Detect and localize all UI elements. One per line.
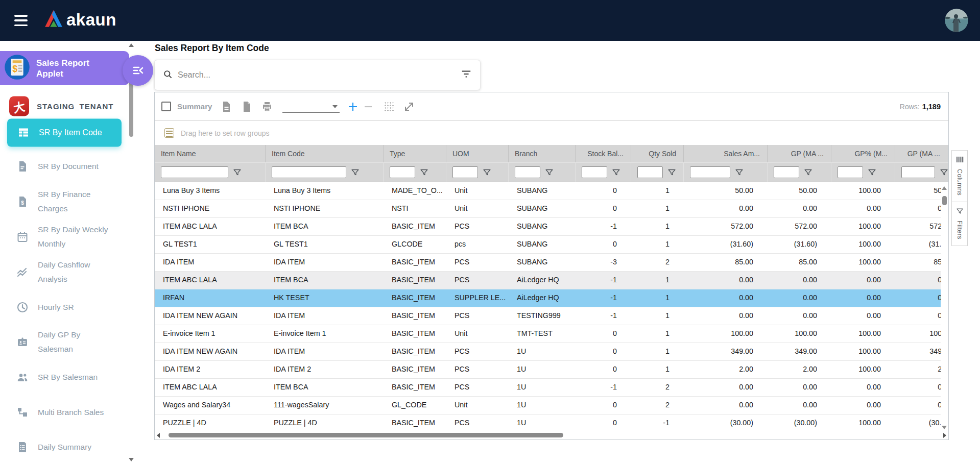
user-avatar[interactable] <box>945 9 968 32</box>
table-row[interactable]: IDA ITEM NEW AGAINIDA ITEMBASIC_ITEMPCST… <box>155 307 941 325</box>
search-input[interactable] <box>178 70 456 80</box>
scroll-left-icon[interactable] <box>157 433 160 438</box>
filter-funnel-icon[interactable] <box>420 168 428 177</box>
brand-logo[interactable]: akaun <box>44 10 116 30</box>
sidebar-item-daily-summary[interactable]: Daily Summary <box>16 440 114 454</box>
scroll-down-icon[interactable] <box>129 458 134 461</box>
filter-funnel-icon[interactable] <box>868 168 876 177</box>
column-header[interactable]: Item Name <box>155 145 266 162</box>
remove-button[interactable] <box>362 101 374 113</box>
print-button[interactable] <box>261 101 273 113</box>
column-header[interactable]: Type <box>384 145 446 162</box>
table-row[interactable]: ITEM ABC LALAITEM BCABASIC_ITEMPCSAiLedg… <box>155 272 941 289</box>
table-row[interactable]: IDA ITEM 2IDA ITEM 2BASIC_ITEMPCS1U012.0… <box>155 361 941 379</box>
column-filter-input[interactable] <box>901 166 935 178</box>
filter-list-icon[interactable] <box>461 68 472 82</box>
table-cell: 0.00 <box>831 307 895 325</box>
column-header[interactable]: Qty Sold <box>631 145 684 162</box>
filter-funnel-icon[interactable] <box>483 168 491 177</box>
column-header[interactable]: Stock Bal... <box>576 145 631 162</box>
horizontal-scrollbar-thumb[interactable] <box>169 433 563 437</box>
table-row[interactable]: NSTI IPHONENSTI IPHONENSTIUnitSUBANG010.… <box>155 200 941 218</box>
table-row[interactable]: ITEM ABC LALAITEM BCABASIC_ITEMPCS1U-120… <box>155 379 941 397</box>
table-row[interactable]: E-invoice Item 1E-invoice Item 1BASIC_IT… <box>155 325 941 343</box>
side-tab-columns[interactable]: Columns <box>951 150 968 202</box>
sidebar-item-daily-cashflow-analysis[interactable]: Daily Cashflow Analysis <box>16 258 114 286</box>
column-header[interactable]: Branch <box>509 145 576 162</box>
filter-funnel-icon[interactable] <box>940 168 948 177</box>
column-filter-input[interactable] <box>690 166 730 178</box>
column-header-label: Item Name <box>161 150 196 158</box>
column-header[interactable]: GP (MA ... <box>768 145 831 162</box>
filter-funnel-icon[interactable] <box>804 168 812 177</box>
scroll-up-icon[interactable] <box>942 186 947 190</box>
table-row[interactable]: GL TEST1GL TEST1GLCODEpcsSUBANG01(31.60)… <box>155 236 941 254</box>
column-filter-input[interactable] <box>637 166 663 178</box>
new-file-button[interactable] <box>241 101 253 113</box>
table-row[interactable]: Wages and Salary34111-wagesSalaryGL_CODE… <box>155 397 941 414</box>
sidebar-item-sr-by-salesman[interactable]: SR By Salesman <box>16 370 114 384</box>
scroll-down-icon[interactable] <box>942 426 947 429</box>
collapse-sidebar-button[interactable] <box>123 55 153 86</box>
table-row[interactable]: Luna Buy 3 ItemsLuna Buy 3 ItemsMADE_TO_… <box>155 182 941 200</box>
column-filter-input[interactable] <box>515 166 540 178</box>
sidebar-scrollbar[interactable] <box>128 41 134 464</box>
column-header[interactable]: GP (MA ... <box>895 145 948 162</box>
filter-funnel-icon[interactable] <box>735 168 744 177</box>
vertical-scrollbar-thumb[interactable] <box>942 196 947 205</box>
table-cell: ITEM BCA <box>266 218 384 235</box>
selection-grid-button[interactable] <box>384 101 395 112</box>
table-row[interactable]: ITEM ABC LALAITEM BCABASIC_ITEMPCSSUBANG… <box>155 218 941 236</box>
scroll-right-icon[interactable] <box>943 433 946 438</box>
sidebar-item-sr-by-item-code[interactable]: SR By Item Code <box>7 118 122 146</box>
expand-button[interactable] <box>403 101 415 113</box>
table-header-row: Item NameItem CodeTypeUOMBranchStock Bal… <box>155 145 948 163</box>
column-filter-input[interactable] <box>582 166 607 178</box>
column-header[interactable]: Sales Am... <box>684 145 768 162</box>
sidebar-item-sr-by-daily-weekly-monthly[interactable]: SR By Daily Weekly Monthly <box>16 223 114 251</box>
table-cell: Unit <box>446 397 509 414</box>
badge-icon <box>16 336 29 348</box>
sidebar-item-hourly-sr[interactable]: Hourly SR <box>16 300 114 314</box>
row-group-dropzone[interactable]: Drag here to set row groups <box>155 121 948 145</box>
tenant-item[interactable]: 大 STAGING_TENANT <box>9 96 113 116</box>
column-filter-input[interactable] <box>161 166 228 178</box>
sidebar-item-multi-branch-sales[interactable]: Multi Branch Sales <box>16 405 114 420</box>
filter-funnel-icon[interactable] <box>667 168 676 177</box>
vertical-scrollbar[interactable] <box>941 182 948 432</box>
column-header[interactable]: UOM <box>446 145 509 162</box>
add-button[interactable] <box>347 101 359 113</box>
table-cell: (31.60) <box>895 236 941 253</box>
column-header[interactable]: Item Code <box>266 145 384 162</box>
table-row[interactable]: PUZZLE | 4DPUZZLE | 4DBASIC_ITEMPCS1U0-1… <box>155 414 941 432</box>
sidebar-item-sr-by-document[interactable]: SR By Document <box>16 159 114 174</box>
column-filter-input[interactable] <box>774 166 799 178</box>
export-file-button[interactable] <box>220 101 232 113</box>
table-cell: GL TEST1 <box>266 236 384 253</box>
page-size-select[interactable] <box>282 101 340 113</box>
table-cell: 0.00 <box>768 272 831 289</box>
column-filter-input[interactable] <box>838 166 863 178</box>
filter-funnel-icon[interactable] <box>612 168 620 177</box>
side-tab-filters[interactable]: Filters <box>951 202 968 246</box>
table-row[interactable]: IRFANHK TESETBASIC_ITEMSUPPLER LE...AiLe… <box>155 289 941 307</box>
filter-funnel-icon[interactable] <box>545 168 554 177</box>
horizontal-scrollbar[interactable] <box>155 431 948 439</box>
column-filter-input[interactable] <box>390 166 415 178</box>
table-row[interactable]: IDA ITEM NEW AGAINIDA ITEMBASIC_ITEMPCS1… <box>155 343 941 361</box>
column-header[interactable]: GP% (M... <box>831 145 895 162</box>
column-filter-input[interactable] <box>452 166 478 178</box>
sidebar-item-daily-gp-by-salesman[interactable]: Daily GP By Salesman <box>16 328 114 356</box>
summary-checkbox[interactable] <box>161 102 171 111</box>
applet-header[interactable]: $ Sales Report Applet <box>0 51 129 85</box>
table-row[interactable]: IDA ITEMIDA ITEMBASIC_ITEMPCSSUBANG-3285… <box>155 254 941 272</box>
table-cell: 0.00 <box>768 379 831 396</box>
filter-funnel-icon[interactable] <box>351 168 360 177</box>
scroll-up-icon[interactable] <box>129 43 134 47</box>
sidebar-item-sr-by-finance-charges[interactable]: $ SR By Finance Charges <box>16 187 114 216</box>
filter-funnel-icon[interactable] <box>233 168 242 177</box>
table-cell: 2 <box>631 254 684 271</box>
table-cell: 100.00 <box>895 325 941 343</box>
hamburger-menu-icon[interactable] <box>14 15 28 26</box>
column-filter-input[interactable] <box>272 166 346 178</box>
